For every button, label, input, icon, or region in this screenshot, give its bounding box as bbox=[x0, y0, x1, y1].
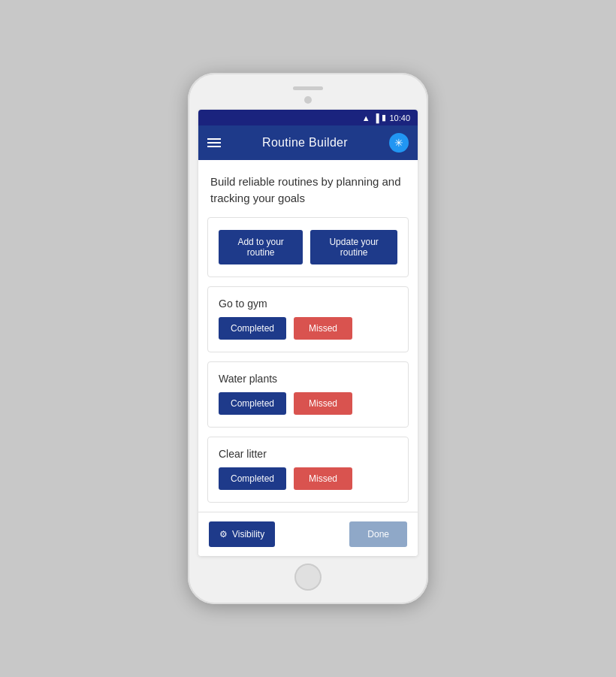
bottom-bar: ⚙ Visibility Done bbox=[198, 512, 418, 556]
visibility-button[interactable]: ⚙ Visibility bbox=[209, 521, 275, 547]
phone-camera bbox=[304, 96, 312, 104]
settings-button[interactable]: ✳ bbox=[389, 133, 409, 153]
action-buttons-card: Add to your routine Update your routine bbox=[207, 217, 409, 277]
routine-item-water-plants: Water plants Completed Missed bbox=[207, 361, 409, 428]
hamburger-menu-button[interactable] bbox=[207, 138, 221, 147]
visibility-label: Visibility bbox=[232, 529, 264, 539]
home-button[interactable] bbox=[294, 564, 322, 591]
phone-frame: ▲ ▐ ▮ 10:40 Routine Builder ✳ Build reli… bbox=[188, 73, 428, 604]
app-bar: Routine Builder ✳ bbox=[198, 125, 418, 160]
done-button[interactable]: Done bbox=[349, 521, 407, 547]
completed-button-litter[interactable]: Completed bbox=[219, 467, 286, 490]
status-icons: ▲ ▐ ▮ 10:40 bbox=[362, 113, 410, 122]
wifi-icon: ▲ bbox=[362, 113, 370, 122]
routine-item-title-water: Water plants bbox=[219, 373, 397, 385]
missed-button-gym[interactable]: Missed bbox=[294, 317, 352, 340]
app-bar-title: Routine Builder bbox=[262, 136, 348, 150]
content-area: Build reliable routines by planning and … bbox=[198, 160, 418, 556]
visibility-icon: ⚙ bbox=[219, 529, 228, 539]
routine-item-go-to-gym: Go to gym Completed Missed bbox=[207, 286, 409, 352]
signal-icon: ▐ bbox=[373, 113, 379, 122]
battery-icon: ▮ bbox=[382, 113, 386, 122]
status-time: 10:40 bbox=[389, 113, 410, 122]
routine-actions-gym: Completed Missed bbox=[219, 317, 397, 340]
routine-item-title-litter: Clear litter bbox=[219, 448, 397, 460]
missed-button-litter[interactable]: Missed bbox=[294, 467, 352, 490]
completed-button-gym[interactable]: Completed bbox=[219, 317, 286, 340]
phone-screen: ▲ ▐ ▮ 10:40 Routine Builder ✳ Build reli… bbox=[198, 110, 418, 556]
add-routine-button[interactable]: Add to your routine bbox=[219, 230, 303, 264]
routine-actions-litter: Completed Missed bbox=[219, 467, 397, 490]
routine-item-clear-litter: Clear litter Completed Missed bbox=[207, 437, 409, 503]
status-bar: ▲ ▐ ▮ 10:40 bbox=[198, 110, 418, 125]
settings-icon: ✳ bbox=[394, 137, 403, 149]
update-routine-button[interactable]: Update your routine bbox=[310, 230, 397, 264]
intro-text: Build reliable routines by planning and … bbox=[210, 175, 401, 204]
phone-speaker bbox=[293, 86, 323, 90]
routine-actions-water: Completed Missed bbox=[219, 392, 397, 415]
completed-button-water[interactable]: Completed bbox=[219, 392, 286, 415]
routine-item-title-gym: Go to gym bbox=[219, 298, 397, 310]
missed-button-water[interactable]: Missed bbox=[294, 392, 352, 415]
intro-section: Build reliable routines by planning and … bbox=[198, 160, 418, 217]
